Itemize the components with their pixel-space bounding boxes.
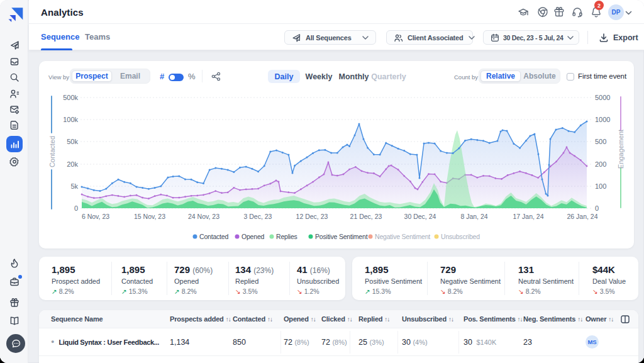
svg-text:6 Nov, 23: 6 Nov, 23 (82, 213, 109, 220)
svg-text:1000: 1000 (595, 116, 610, 123)
svg-text:100: 100 (595, 182, 606, 190)
svg-text:Negative Sentiment: Negative Sentiment (375, 233, 430, 240)
svg-text:Engagement: Engagement (617, 130, 625, 169)
svg-text:21 Dec, 23: 21 Dec, 23 (350, 213, 382, 220)
svg-text:Unsubscribed: Unsubscribed (441, 233, 480, 240)
svg-text:17 Jan, 24: 17 Jan, 24 (513, 213, 543, 220)
svg-text:3 Dec, 23: 3 Dec, 23 (244, 213, 272, 220)
svg-text:200: 200 (595, 160, 606, 168)
svg-text:Replies: Replies (276, 233, 297, 240)
svg-text:5000: 5000 (595, 94, 610, 101)
svg-text:24 Nov, 23: 24 Nov, 23 (188, 213, 219, 220)
svg-text:Contacted: Contacted (48, 136, 56, 167)
svg-text:15 Nov, 23: 15 Nov, 23 (134, 213, 165, 220)
svg-text:0: 0 (595, 204, 599, 212)
svg-text:50k: 50k (67, 138, 78, 145)
svg-text:0: 0 (74, 204, 78, 212)
svg-text:Positive Sentiment: Positive Sentiment (315, 233, 368, 240)
svg-text:500k: 500k (63, 94, 78, 101)
svg-text:500: 500 (595, 138, 606, 145)
svg-text:8 Jan, 24: 8 Jan, 24 (460, 213, 487, 220)
svg-text:Opened: Opened (242, 233, 265, 240)
svg-text:30 Dec, 24: 30 Dec, 24 (404, 213, 436, 220)
svg-text:12 Dec, 23: 12 Dec, 23 (296, 213, 328, 220)
svg-text:26 Jan, 24: 26 Jan, 24 (567, 213, 597, 220)
svg-text:20k: 20k (67, 160, 78, 168)
svg-text:100k: 100k (63, 116, 78, 123)
svg-text:Contacted: Contacted (199, 233, 228, 240)
svg-text:5k: 5k (70, 182, 78, 190)
